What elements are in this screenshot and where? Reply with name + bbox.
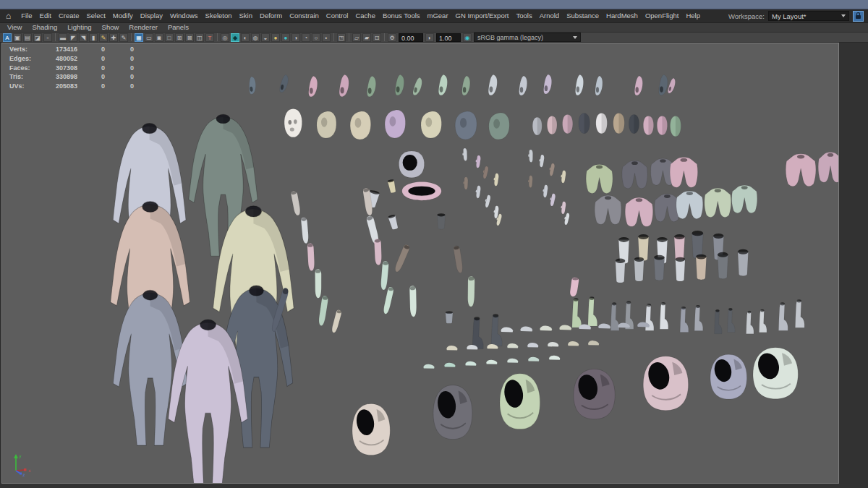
model-vest[interactable] xyxy=(622,160,647,188)
menu-bonus-tools[interactable]: Bonus Tools xyxy=(379,9,424,22)
menu-deform[interactable]: Deform xyxy=(256,9,286,22)
model-boot[interactable] xyxy=(795,299,804,328)
model-sleeve[interactable] xyxy=(331,309,341,333)
model-mask[interactable] xyxy=(519,76,527,95)
model-headb[interactable] xyxy=(489,113,509,140)
model-boot[interactable] xyxy=(746,311,754,334)
fog-toggle-icon[interactable]: ▪ xyxy=(322,33,331,42)
viewport-canvas[interactable] xyxy=(2,43,838,483)
model-head[interactable] xyxy=(629,114,639,133)
model-glove[interactable] xyxy=(563,213,569,225)
model-glove[interactable] xyxy=(494,206,499,218)
point-snap-icon[interactable]: ◪ xyxy=(33,33,42,42)
model-glove[interactable] xyxy=(485,194,491,207)
model-sleeve[interactable] xyxy=(305,243,317,271)
model-boot[interactable] xyxy=(610,302,619,330)
workspace-select[interactable]: My Layout* xyxy=(768,11,849,21)
model-shoe[interactable] xyxy=(598,323,610,328)
snapshot-icon[interactable]: ⊡ xyxy=(373,33,381,42)
safe-title-icon[interactable]: ◫ xyxy=(195,33,204,42)
home-icon[interactable]: ⌂ xyxy=(6,9,11,22)
menu-display[interactable]: Display xyxy=(137,9,166,22)
multisample-toggle-icon[interactable]: ◔ xyxy=(302,33,310,42)
menu-constrain[interactable]: Constrain xyxy=(286,9,323,22)
panel-menu-panels[interactable]: Panels xyxy=(163,23,194,32)
exposure-icon[interactable]: ⚙ xyxy=(388,33,396,42)
model-cyl[interactable] xyxy=(738,249,749,276)
model-boot[interactable] xyxy=(715,309,722,334)
menu-gn-import-export[interactable]: GN Import/Export xyxy=(452,9,513,22)
menu-tools[interactable]: Tools xyxy=(513,9,536,22)
panel-menu-show[interactable]: Show xyxy=(97,23,124,32)
model-mask[interactable] xyxy=(595,76,603,95)
model-boot[interactable] xyxy=(572,298,582,328)
motion-blur-toggle-icon[interactable]: ◑ xyxy=(292,33,300,42)
model-vest[interactable] xyxy=(586,164,613,193)
model-sleeve[interactable] xyxy=(408,286,419,317)
model-boot[interactable] xyxy=(588,296,597,326)
model-helm[interactable] xyxy=(399,151,424,178)
model-cyl[interactable] xyxy=(437,213,445,229)
menu-cache[interactable]: Cache xyxy=(352,9,378,22)
window-titlebar[interactable] xyxy=(0,0,868,9)
wireframe-mode-icon[interactable]: ◎ xyxy=(221,33,229,42)
model-boot[interactable] xyxy=(660,302,668,329)
model-mask[interactable] xyxy=(634,76,642,95)
viewport-panel[interactable]: Verts:17341600Edges:48005200Faces:307308… xyxy=(1,43,839,484)
lighting-mode-icon[interactable]: ◍ xyxy=(251,33,260,42)
pencil-tool-icon[interactable]: ✎ xyxy=(99,33,108,42)
model-head[interactable] xyxy=(547,116,557,134)
model-sleeve[interactable] xyxy=(289,190,304,216)
model-bhelm[interactable] xyxy=(574,369,615,419)
model-glove[interactable] xyxy=(463,177,469,190)
model-head[interactable] xyxy=(613,114,624,134)
panel-menu-shading[interactable]: Shading xyxy=(27,23,62,32)
model-shoe[interactable] xyxy=(549,356,560,360)
model-glove[interactable] xyxy=(561,202,566,214)
menu-control[interactable]: Control xyxy=(323,9,352,22)
menu-hardmesh[interactable]: HardMesh xyxy=(603,9,642,22)
model-glove[interactable] xyxy=(550,193,556,206)
menu-modify[interactable]: Modify xyxy=(109,9,137,22)
model-sleeve[interactable] xyxy=(383,286,394,314)
model-glove[interactable] xyxy=(494,174,499,186)
model-boot[interactable] xyxy=(760,309,767,333)
model-boot[interactable] xyxy=(472,317,483,348)
model-bhelm[interactable] xyxy=(643,356,688,411)
model-mask[interactable] xyxy=(462,76,470,95)
model-shoe[interactable] xyxy=(423,364,434,369)
model-shoe[interactable] xyxy=(588,341,599,345)
isolate-select-icon[interactable]: ◳ xyxy=(337,33,346,42)
workspace-lock-button[interactable] xyxy=(853,11,864,22)
camera-tumble-icon[interactable]: ◥ xyxy=(79,33,88,42)
menu-arnold[interactable]: Arnold xyxy=(536,9,563,22)
model-vest[interactable] xyxy=(732,185,757,213)
menu-skin[interactable]: Skin xyxy=(236,9,256,22)
textured-mode-icon[interactable]: ◐ xyxy=(241,33,250,42)
model-vest[interactable] xyxy=(676,191,703,218)
model-shoe[interactable] xyxy=(507,343,518,348)
xray-joints-icon[interactable]: ▰ xyxy=(362,33,371,42)
model-head[interactable] xyxy=(643,116,653,134)
selection-mask-icon[interactable]: A xyxy=(3,33,12,42)
model-head[interactable] xyxy=(563,114,573,133)
model-skull[interactable] xyxy=(284,108,302,137)
panel-menu-view[interactable]: View xyxy=(2,23,27,32)
model-vest[interactable] xyxy=(705,188,731,217)
model-bhelm[interactable] xyxy=(753,348,798,399)
camera-track-icon[interactable]: ◤ xyxy=(69,33,77,42)
model-cyl[interactable] xyxy=(388,214,399,230)
model-sleeve[interactable] xyxy=(570,278,579,297)
model-mask[interactable] xyxy=(309,76,318,97)
model-glove[interactable] xyxy=(539,155,544,167)
model-shoe[interactable] xyxy=(465,361,476,366)
model-sleeve[interactable] xyxy=(313,269,323,299)
camera-select-icon[interactable]: ▬ xyxy=(59,33,67,42)
model-cyl[interactable] xyxy=(654,255,665,281)
model-cyl[interactable] xyxy=(718,252,728,279)
view-transform-icon[interactable]: ◉ xyxy=(463,33,472,42)
model-glove[interactable] xyxy=(461,148,469,161)
model-mask[interactable] xyxy=(412,77,422,95)
model-head[interactable] xyxy=(670,116,681,137)
model-glove[interactable] xyxy=(549,163,555,176)
